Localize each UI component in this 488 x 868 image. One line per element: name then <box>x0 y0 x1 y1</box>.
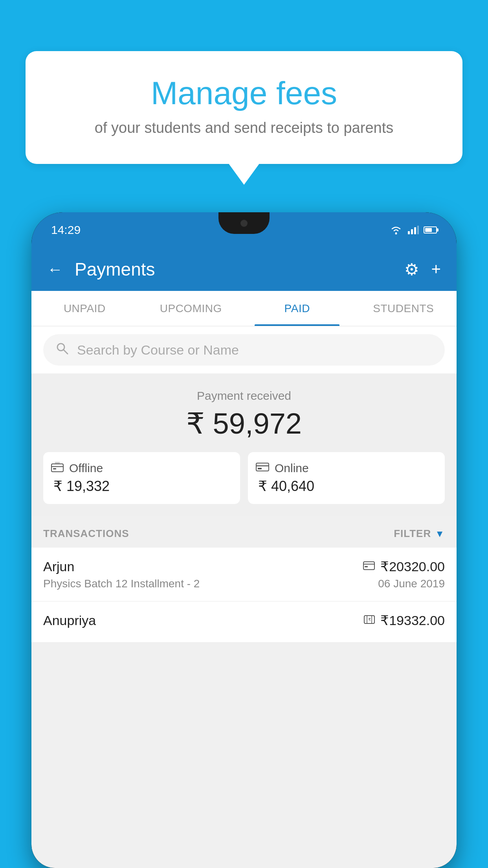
svg-rect-3 <box>414 227 416 234</box>
transaction-date-1: 06 June 2019 <box>378 577 445 590</box>
filter-label: FILTER <box>394 528 431 540</box>
transaction-payment-icon-2: ₹ <box>364 614 375 627</box>
speech-bubble-container: Manage fees of your students and send re… <box>26 51 462 185</box>
search-input-placeholder: Search by Course or Name <box>77 342 239 358</box>
back-button[interactable]: ← <box>47 261 63 278</box>
payment-received-label: Payment received <box>43 389 445 403</box>
search-bar-container: Search by Course or Name <box>31 326 457 373</box>
online-card: Online ₹ 40,640 <box>248 452 445 504</box>
filter-icon: ▼ <box>435 528 445 539</box>
transaction-amount-container-2: ₹ ₹19332.00 <box>364 612 445 628</box>
transactions-label: TRANSACTIONS <box>43 528 129 540</box>
svg-rect-12 <box>258 468 262 469</box>
payment-summary: Payment received ₹ 59,972 <box>31 373 457 516</box>
phone-screen: ← Payments ⚙ + UNPAID UPCOMING PAID <box>31 248 457 868</box>
payment-cards: Offline ₹ 19,332 <box>43 452 445 504</box>
transaction-bottom-1: Physics Batch 12 Installment - 2 06 June… <box>43 577 445 590</box>
svg-rect-7 <box>51 464 63 472</box>
speech-bubble: Manage fees of your students and send re… <box>26 51 462 164</box>
transaction-amount-container-1: ₹20320.00 <box>363 559 445 574</box>
speech-bubble-subtitle: of your students and send receipts to pa… <box>57 120 431 136</box>
phone-notch <box>218 212 270 234</box>
online-amount: ₹ 40,640 <box>256 478 437 495</box>
transaction-amount-1: ₹20320.00 <box>380 559 445 574</box>
status-icons <box>389 225 437 235</box>
svg-rect-13 <box>363 562 374 570</box>
main-content: Search by Course or Name Payment receive… <box>31 326 457 868</box>
tab-bar: UNPAID UPCOMING PAID STUDENTS <box>31 291 457 326</box>
speech-bubble-arrow <box>228 163 260 185</box>
transactions-header: TRANSACTIONS FILTER ▼ <box>31 516 457 548</box>
transaction-description-1: Physics Batch 12 Installment - 2 <box>43 577 200 590</box>
wifi-icon <box>389 225 403 235</box>
transaction-row-anupriya[interactable]: Anupriya ₹ ₹19332.00 <box>31 601 457 643</box>
app-header: ← Payments ⚙ + <box>31 248 457 291</box>
svg-rect-9 <box>53 468 56 469</box>
header-icons: ⚙ + <box>404 260 441 279</box>
phone-inner: 14:29 <box>31 212 457 868</box>
status-time: 14:29 <box>51 223 81 237</box>
svg-point-0 <box>395 233 397 235</box>
offline-card-header: Offline <box>51 462 232 475</box>
offline-card: Offline ₹ 19,332 <box>43 452 240 504</box>
transaction-top-1: Arjun ₹20320.00 <box>43 559 445 574</box>
online-card-header: Online <box>256 462 437 475</box>
offline-amount: ₹ 19,332 <box>51 478 232 495</box>
settings-icon[interactable]: ⚙ <box>404 260 419 279</box>
svg-line-6 <box>63 349 68 354</box>
camera-dot <box>240 220 248 227</box>
battery-icon <box>424 226 437 234</box>
phone-frame: 14:29 <box>31 212 457 868</box>
header-title: Payments <box>75 259 393 280</box>
offline-label: Offline <box>69 462 103 475</box>
svg-rect-10 <box>256 463 269 471</box>
transaction-name-1: Arjun <box>43 559 74 574</box>
search-icon <box>55 341 69 359</box>
transaction-name-2: Anupriya <box>43 613 96 628</box>
status-bar: 14:29 <box>31 212 457 248</box>
transaction-row-arjun[interactable]: Arjun ₹20320.00 <box>31 548 457 601</box>
online-label: Online <box>275 462 309 475</box>
add-icon[interactable]: + <box>431 260 441 279</box>
svg-rect-15 <box>365 566 368 567</box>
filter-button[interactable]: FILTER ▼ <box>394 528 445 540</box>
svg-rect-1 <box>408 231 410 234</box>
tab-upcoming[interactable]: UPCOMING <box>138 291 244 326</box>
tab-unpaid[interactable]: UNPAID <box>31 291 138 326</box>
svg-rect-4 <box>417 226 419 234</box>
tab-paid[interactable]: PAID <box>244 291 350 326</box>
tab-students[interactable]: STUDENTS <box>350 291 457 326</box>
transaction-top-2: Anupriya ₹ ₹19332.00 <box>43 612 445 628</box>
svg-rect-2 <box>411 229 413 234</box>
signal-icon <box>408 226 419 234</box>
search-bar[interactable]: Search by Course or Name <box>43 334 445 366</box>
online-icon <box>256 462 269 475</box>
speech-bubble-title: Manage fees <box>57 75 431 112</box>
payment-total-amount: ₹ 59,972 <box>43 406 445 440</box>
transaction-payment-icon-1 <box>363 561 375 573</box>
battery-fill <box>425 228 432 232</box>
transaction-amount-2: ₹19332.00 <box>380 612 445 628</box>
offline-icon <box>51 462 64 475</box>
svg-text:₹: ₹ <box>368 617 371 622</box>
